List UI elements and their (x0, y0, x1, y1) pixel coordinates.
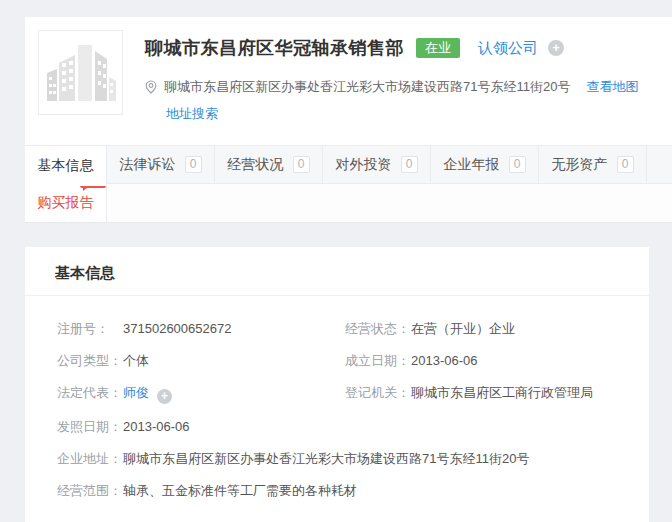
field-value-registry: 聊城市东昌府区工商行政管理局 (411, 383, 593, 404)
basic-info-card: 基本信息 注册号： 371502600652672 经营状态： 在营（开业）企业… (25, 247, 649, 522)
tab-annual-report[interactable]: 企业年报 0 (431, 146, 539, 183)
tab-legal-litigation[interactable]: 法律诉讼 0 (107, 146, 215, 183)
field-label-establish-date: 成立日期： (345, 351, 411, 370)
tab-count-badge: 0 (509, 156, 526, 173)
field-label-legal-rep: 法定代表： (57, 383, 123, 404)
claim-plus-icon[interactable]: + (548, 40, 564, 56)
tab-basic-info[interactable]: 基本信息 (25, 146, 107, 186)
view-map-link[interactable]: 查看地图 (586, 78, 638, 96)
field-label-company-type: 公司类型： (57, 351, 123, 370)
field-row: 经营范围： 轴承、五金标准件等工厂需要的各种耗材 (57, 481, 619, 500)
tab-count-badge: 0 (293, 156, 310, 173)
basic-info-fields: 注册号： 371502600652672 经营状态： 在营（开业）企业 公司类型… (25, 296, 649, 500)
field-label-registry: 登记机关： (345, 383, 411, 404)
field-value-business-scope: 轴承、五金标准件等工厂需要的各种耗材 (123, 481, 357, 500)
field-row: 法定代表： 师俊+ 登记机关： 聊城市东昌府区工商行政管理局 (57, 383, 619, 404)
company-name: 聊城市东昌府区华冠轴承销售部 (145, 36, 404, 60)
field-value-status: 在营（开业）企业 (411, 319, 515, 338)
buildings-icon (45, 37, 117, 109)
tab-label: 经营状况 (228, 156, 284, 174)
address-search-link[interactable]: 地址搜索 (166, 106, 218, 121)
tab-intangible-assets[interactable]: 无形资产 0 (539, 146, 647, 183)
tab-count-badge: 0 (617, 156, 634, 173)
tab-label: 企业年报 (444, 156, 500, 174)
field-label-company-address: 企业地址： (57, 449, 123, 468)
field-row: 企业地址： 聊城市东昌府区新区办事处香江光彩大市场建设西路71号东经11街20号 (57, 449, 619, 468)
buy-report-tab[interactable]: HOT 购买报告 (25, 184, 107, 222)
field-value-company-type: 个体 (123, 351, 149, 370)
company-header-card: 聊城市东昌府区华冠轴承销售部 在业 认领公司 + 聊城市东昌府区新区办事处香江光… (25, 17, 672, 223)
field-row: 发照日期： 2013-06-06 (57, 417, 619, 436)
legal-rep-link[interactable]: 师俊 (123, 385, 149, 400)
tab-bar-row2: HOT 购买报告 (25, 184, 672, 223)
location-pin-icon (145, 80, 157, 94)
claim-company-link[interactable]: 认领公司 (478, 39, 538, 58)
tab-label: 对外投资 (336, 156, 392, 174)
field-label-reg-no: 注册号： (57, 319, 123, 338)
field-value-company-address: 聊城市东昌府区新区办事处香江光彩大市场建设西路71号东经11街20号 (123, 449, 529, 468)
header-content: 聊城市东昌府区华冠轴承销售部 在业 认领公司 + 聊城市东昌府区新区办事处香江光… (25, 17, 672, 145)
tab-count-badge: 0 (185, 156, 202, 173)
status-badge: 在业 (416, 38, 460, 58)
tab-label: 无形资产 (552, 156, 608, 174)
tab-outbound-investment[interactable]: 对外投资 0 (323, 146, 431, 183)
field-row: 公司类型： 个体 成立日期： 2013-06-06 (57, 351, 619, 370)
field-value-establish-date: 2013-06-06 (411, 351, 478, 370)
company-logo (38, 30, 123, 115)
field-label-status: 经营状态： (345, 319, 411, 338)
section-title: 基本信息 (25, 247, 649, 296)
tab-label: 法律诉讼 (120, 156, 176, 174)
header-info: 聊城市东昌府区华冠轴承销售部 在业 认领公司 + 聊城市东昌府区新区办事处香江光… (145, 30, 672, 145)
tab-operating-status[interactable]: 经营状况 0 (215, 146, 323, 183)
tab-bar: 基本信息 法律诉讼 0 经营状况 0 对外投资 0 企业年报 0 无形资产 0 (25, 145, 672, 184)
field-label-license-date: 发照日期： (57, 417, 123, 436)
legal-rep-plus-icon[interactable]: + (157, 389, 172, 404)
field-value-reg-no: 371502600652672 (123, 319, 231, 338)
buy-report-label: 购买报告 (38, 194, 94, 212)
field-label-business-scope: 经营范围： (57, 481, 123, 500)
tab-count-badge: 0 (401, 156, 418, 173)
tab-label: 基本信息 (38, 157, 94, 175)
field-row: 注册号： 371502600652672 经营状态： 在营（开业）企业 (57, 319, 619, 338)
field-value-license-date: 2013-06-06 (123, 417, 190, 436)
company-address: 聊城市东昌府区新区办事处香江光彩大市场建设西路71号东经11街20号 (164, 78, 570, 96)
